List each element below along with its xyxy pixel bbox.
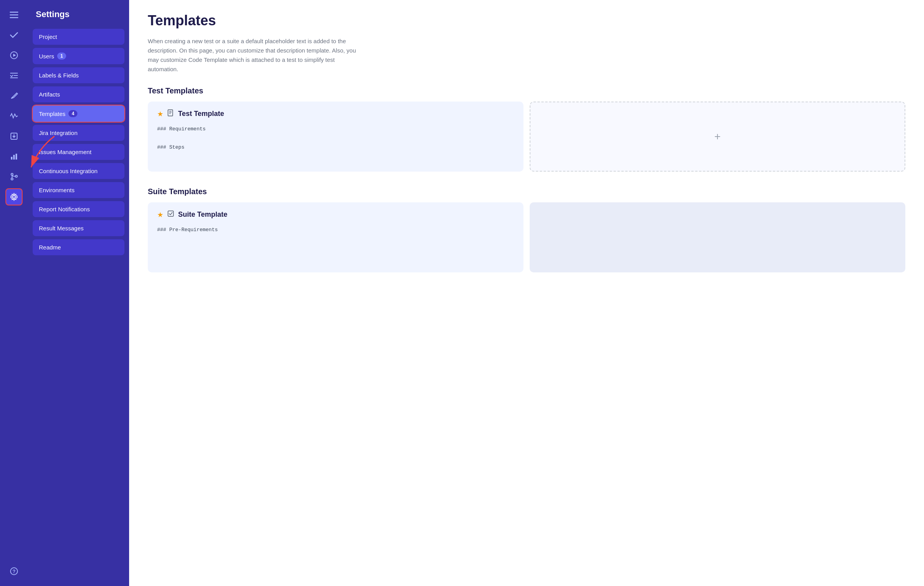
suite-template-name: Suite Template [178, 211, 228, 219]
list-check-icon[interactable] [5, 67, 23, 84]
test-templates-grid: ★ Test Template ### Requirements ### Ste… [148, 102, 905, 172]
templates-badge: 4 [68, 110, 77, 117]
settings-icon[interactable] [5, 188, 23, 205]
page-title: Templates [148, 12, 905, 29]
svg-rect-13 [16, 154, 17, 160]
svg-rect-26 [168, 211, 173, 216]
test-template-doc-icon [167, 109, 174, 118]
pen-icon[interactable] [5, 87, 23, 104]
sidebar-title: Settings [33, 6, 124, 26]
svg-rect-12 [13, 155, 15, 160]
svg-point-15 [11, 178, 13, 180]
sidebar-item-label: Users [39, 53, 54, 60]
suite-template-content: ### Pre-Requirements [157, 225, 514, 234]
sidebar-item-label: Environments [39, 187, 75, 193]
users-badge: 1 [57, 53, 66, 60]
play-icon[interactable] [5, 47, 23, 64]
sidebar-item-ci[interactable]: Continuous Integration [33, 163, 124, 179]
page-description: When creating a new test or a suite a de… [148, 37, 366, 74]
sidebar-item-label: Issues Management [39, 149, 91, 155]
suite-template-checkbox-icon [167, 210, 174, 219]
sidebar-item-label: Templates [39, 111, 65, 117]
chart-icon[interactable] [5, 148, 23, 165]
suite-template-star-icon[interactable]: ★ [157, 211, 163, 219]
svg-point-14 [11, 174, 13, 175]
add-test-template-icon: + [714, 130, 721, 143]
test-template-name: Test Template [178, 110, 224, 118]
svg-point-18 [13, 196, 16, 198]
add-test-template-card[interactable]: + [530, 102, 905, 172]
svg-rect-11 [11, 157, 12, 160]
sidebar-item-label: Project [39, 33, 57, 40]
menu-icon[interactable] [5, 6, 23, 23]
test-template-card[interactable]: ★ Test Template ### Requirements ### Ste… [148, 102, 523, 172]
svg-rect-2 [10, 17, 18, 18]
sidebar: Settings Project Users 1 Labels & Fields… [28, 0, 129, 586]
test-template-card-header: ★ Test Template [157, 109, 514, 118]
activity-icon[interactable] [5, 107, 23, 125]
sidebar-item-environments[interactable]: Environments [33, 182, 124, 198]
check-icon[interactable] [5, 26, 23, 44]
sidebar-item-label: Report Notifications [39, 206, 90, 212]
sidebar-item-label: Labels & Fields [39, 72, 79, 79]
branch-icon[interactable] [5, 168, 23, 185]
sidebar-item-project[interactable]: Project [33, 29, 124, 45]
help-icon[interactable]: ? [5, 563, 23, 580]
test-template-line-2: ### Steps [157, 143, 514, 152]
suite-template-line-1: ### Pre-Requirements [157, 225, 514, 234]
sidebar-item-artifacts[interactable]: Artifacts [33, 86, 124, 102]
sidebar-item-labels-fields[interactable]: Labels & Fields [33, 67, 124, 83]
sidebar-item-label: Result Messages [39, 225, 84, 232]
suite-template-card-header: ★ Suite Template [157, 210, 514, 219]
sidebar-item-report-notifications[interactable]: Report Notifications [33, 201, 124, 217]
svg-point-16 [16, 175, 18, 177]
svg-rect-0 [10, 12, 18, 13]
sidebar-item-users[interactable]: Users 1 [33, 48, 124, 64]
sidebar-item-label: Continuous Integration [39, 168, 98, 174]
suite-templates-section-title: Suite Templates [148, 187, 905, 196]
add-suite-template-card[interactable] [530, 202, 905, 272]
sidebar-item-result-messages[interactable]: Result Messages [33, 220, 124, 236]
sidebar-item-jira[interactable]: Jira Integration [33, 125, 124, 141]
test-template-content: ### Requirements ### Steps [157, 125, 514, 152]
sidebar-item-templates[interactable]: Templates 4 [33, 105, 124, 122]
test-templates-section-title: Test Templates [148, 86, 905, 95]
suite-templates-grid: ★ Suite Template ### Pre-Requirements [148, 202, 905, 272]
svg-rect-1 [10, 14, 18, 16]
sidebar-item-issues[interactable]: Issues Management [33, 144, 124, 160]
svg-marker-4 [13, 54, 16, 57]
sidebar-item-label: Artifacts [39, 91, 60, 98]
sidebar-item-readme[interactable]: Readme [33, 239, 124, 255]
suite-template-card[interactable]: ★ Suite Template ### Pre-Requirements [148, 202, 523, 272]
sidebar-item-label: Readme [39, 244, 61, 251]
test-template-star-icon[interactable]: ★ [157, 110, 163, 118]
main-content: Templates When creating a new test or a … [129, 0, 924, 586]
icon-nav: ? [0, 0, 28, 586]
svg-rect-22 [168, 110, 173, 116]
svg-text:?: ? [12, 568, 16, 574]
import-icon[interactable] [5, 128, 23, 145]
test-template-line-1: ### Requirements [157, 125, 514, 133]
sidebar-item-label: Jira Integration [39, 130, 77, 136]
